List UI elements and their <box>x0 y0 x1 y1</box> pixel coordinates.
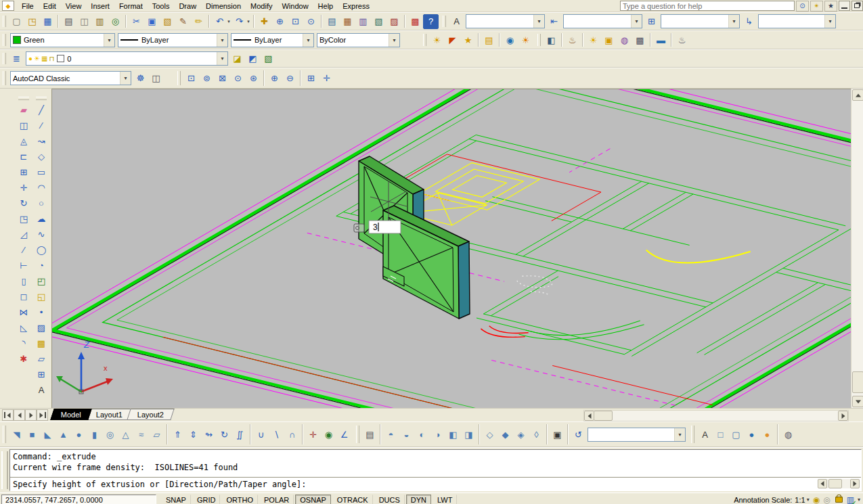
menu-help[interactable]: Help <box>313 1 338 11</box>
color-control[interactable]: Green▾ <box>10 33 115 47</box>
mirror-button[interactable]: ◬ <box>16 133 31 149</box>
properties-palette-button[interactable]: ▤ <box>324 14 340 29</box>
subtract-button[interactable]: ∖ <box>269 427 284 442</box>
toolbar-lock-icon[interactable] <box>835 497 843 503</box>
zoom-extents-button[interactable]: ✛ <box>319 71 334 86</box>
menu-modify[interactable]: Modify <box>246 1 277 11</box>
intersect-button[interactable]: ∩ <box>284 427 300 442</box>
line-button[interactable]: ╱ <box>34 102 49 118</box>
join-button[interactable]: ⋈ <box>16 304 31 320</box>
sheet-set-manager-button[interactable]: ▧ <box>371 14 386 29</box>
dimension-style-button[interactable]: ⇤ <box>546 14 562 29</box>
scroll-down-button[interactable] <box>852 396 863 407</box>
cone-button[interactable]: ▲ <box>56 427 71 442</box>
previous-tab-button[interactable] <box>14 409 25 421</box>
zoom-scale-button[interactable]: ⊠ <box>215 71 230 86</box>
gradient-button[interactable]: ▩ <box>34 336 49 351</box>
menu-window[interactable]: Window <box>277 1 313 11</box>
favorites-button[interactable]: ★ <box>824 1 837 12</box>
toggle-ducs[interactable]: DUCS <box>374 495 405 504</box>
front-view-button[interactable]: ◧ <box>445 427 461 442</box>
render-presets-button[interactable]: ♨ <box>674 32 690 47</box>
ne-isometric-button[interactable]: ◈ <box>513 427 529 442</box>
menu-draw[interactable]: Draw <box>174 1 201 11</box>
make-block-button[interactable]: ◱ <box>34 289 49 304</box>
dropdown-arrow-icon[interactable]: ▾ <box>217 52 227 65</box>
wedge-button[interactable]: ◣ <box>40 427 56 442</box>
light-list-button[interactable]: ▤ <box>481 32 497 47</box>
3d-align-button[interactable]: ∠ <box>336 427 352 442</box>
text-style-button[interactable]: A <box>449 14 464 29</box>
layer-properties-manager-button[interactable]: ≣ <box>9 51 24 66</box>
arc-button[interactable]: ◠ <box>34 180 49 196</box>
pan-realtime-button[interactable]: ✚ <box>257 14 272 29</box>
extend-button[interactable]: ⊢ <box>16 258 31 273</box>
stretch-button[interactable]: ◿ <box>16 227 31 242</box>
toggle-grid[interactable]: GRID <box>192 495 221 504</box>
vertical-scroll-thumb[interactable] <box>852 371 863 393</box>
tab-layout1[interactable]: Layout1 <box>85 409 133 420</box>
command-prompt[interactable]: Specify height of extrusion or [Directio… <box>10 477 861 490</box>
dimension-style-control[interactable]: ▾ <box>563 14 642 28</box>
make-objects-layer-current-button[interactable]: ◪ <box>229 51 245 66</box>
named-view-control[interactable]: ▾ <box>588 428 686 442</box>
dropdown-arrow-icon[interactable]: ▾ <box>824 15 835 28</box>
new-point-light-button[interactable]: ☀ <box>429 32 445 47</box>
next-tab-button[interactable] <box>25 409 37 421</box>
construction-line-button[interactable]: ∕ <box>34 118 49 133</box>
top-view-button[interactable]: ◓ <box>383 427 399 442</box>
markup-set-manager-button[interactable]: ▨ <box>386 14 402 29</box>
dropdown-arrow-icon[interactable]: ▾ <box>120 72 131 85</box>
polyline-button[interactable]: ↝ <box>34 133 49 149</box>
command-window-grip[interactable] <box>1 451 8 489</box>
dropdown-arrow-icon[interactable]: ▾ <box>674 428 685 441</box>
new-distant-light-button[interactable]: ★ <box>460 32 476 47</box>
dropdown-arrow-icon[interactable]: ▾ <box>217 34 227 47</box>
redo-button[interactable]: ↷ <box>231 14 247 29</box>
new-button[interactable]: ▢ <box>9 14 24 29</box>
offset-button[interactable]: ⊏ <box>16 149 31 164</box>
polysolid-button[interactable]: ◥ <box>9 427 24 442</box>
lineweight-control[interactable]: ByLayer▾ <box>231 33 314 47</box>
save-workspace-button[interactable]: ◫ <box>148 71 164 86</box>
communication-center-button[interactable]: ✴ <box>810 1 823 12</box>
scroll-right-button[interactable] <box>838 411 848 421</box>
table-style-control[interactable]: ▾ <box>661 14 740 28</box>
circle-button[interactable]: ○ <box>34 196 49 211</box>
dropdown-arrow-icon[interactable]: ▾ <box>303 34 313 47</box>
annotation-scale-dropdown-icon[interactable]: ▾ <box>807 497 810 503</box>
spline-button[interactable]: ∿ <box>34 227 49 242</box>
sphere-button[interactable]: ● <box>71 427 87 442</box>
restore-button[interactable] <box>851 1 863 11</box>
menu-insert[interactable]: Insert <box>86 1 114 11</box>
prompt-scroll-right-button[interactable] <box>850 479 860 488</box>
dropdown-arrow-icon[interactable]: ▾ <box>104 34 114 47</box>
search-button[interactable]: ⊙ <box>796 1 809 12</box>
menu-format[interactable]: Format <box>114 1 148 11</box>
chamfer-button[interactable]: ◺ <box>16 320 31 336</box>
first-tab-button[interactable] <box>2 409 14 421</box>
zoom-previous-button[interactable]: ⊙ <box>303 14 319 29</box>
right-view-button[interactable]: ◑ <box>430 427 445 442</box>
match-properties-button[interactable]: ✎ <box>175 14 191 29</box>
named-views-button[interactable]: ▤ <box>362 427 378 442</box>
tool-palettes-button[interactable]: ▥ <box>355 14 371 29</box>
advanced-render-settings-button[interactable]: ▩ <box>632 32 648 47</box>
planar-surface-button[interactable]: ▱ <box>149 427 164 442</box>
menu-dimension[interactable]: Dimension <box>201 1 246 11</box>
layer-control[interactable]: ●☀▦⊓0▾ <box>26 51 228 66</box>
plotstyle-control[interactable]: ByColor▾ <box>317 33 400 47</box>
zoom-object-button[interactable]: ⊛ <box>246 71 261 86</box>
plot-preview-button[interactable]: ◫ <box>76 14 92 29</box>
minimize-button[interactable] <box>839 1 850 11</box>
lights-button[interactable]: ▣ <box>601 32 617 47</box>
multileader-style-control[interactable]: ▾ <box>758 14 836 28</box>
copy-object-button[interactable]: ◫ <box>16 118 31 133</box>
plot-button[interactable]: ▤ <box>61 14 76 29</box>
toggle-ortho[interactable]: ORTHO <box>221 495 258 504</box>
rectangle-button[interactable]: ▭ <box>34 164 49 180</box>
cylinder-button[interactable]: ▮ <box>87 427 102 442</box>
hatch-button[interactable]: ▨ <box>34 320 49 336</box>
ellipse-arc-button[interactable]: ◔ <box>34 258 49 273</box>
tab-layout2[interactable]: Layout2 <box>127 409 175 420</box>
